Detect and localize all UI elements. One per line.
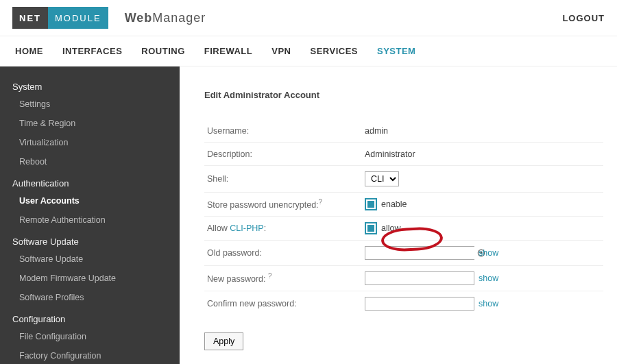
sidebar-group-system[interactable]: System <box>0 79 180 95</box>
sidebar-group-software-update[interactable]: Software Update <box>0 234 180 250</box>
label-shell: Shell: <box>207 174 365 184</box>
label-new-pw: New password: ? <box>207 272 365 284</box>
nav-services[interactable]: SERVICES <box>310 46 358 56</box>
sidebar-item-remote-auth[interactable]: Remote Authentication <box>0 210 180 230</box>
logout-link[interactable]: LOGOUT <box>562 13 605 23</box>
sidebar-item-modem-firmware[interactable]: Modem Firmware Update <box>0 269 180 288</box>
label-description: Description: <box>207 149 365 159</box>
app-title: WebManager <box>125 11 206 25</box>
show-new-pw[interactable]: show <box>479 274 498 283</box>
sidebar-group-authentication[interactable]: Authentication <box>0 175 180 191</box>
label-store-pw: Store password unencrypted:? <box>207 198 365 210</box>
logo-module: MODULE <box>48 7 108 29</box>
nav-firewall[interactable]: FIREWALL <box>204 46 252 56</box>
main-nav: HOME INTERFACES ROUTING FIREWALL VPN SER… <box>0 36 617 66</box>
help-icon[interactable]: ? <box>319 198 323 206</box>
input-old-pw[interactable] <box>367 247 476 259</box>
sidebar-group-configuration[interactable]: Configuration <box>0 311 180 327</box>
sidebar-item-file-config[interactable]: File Configuration <box>0 327 180 346</box>
sidebar-item-software-profiles[interactable]: Software Profiles <box>0 288 180 307</box>
page-title: Edit Administrator Account <box>204 90 603 100</box>
nav-system[interactable]: SYSTEM <box>377 46 415 56</box>
value-username: admin <box>365 126 601 136</box>
select-shell[interactable]: CLI <box>365 171 399 186</box>
sidebar-item-settings[interactable]: Settings <box>0 95 180 114</box>
checkbox-store-pw[interactable] <box>365 198 377 210</box>
show-confirm-pw[interactable]: show <box>479 299 498 308</box>
show-old-pw[interactable]: show <box>479 248 498 258</box>
sidebar-item-reboot[interactable]: Reboot <box>0 152 180 171</box>
value-description: Administrator <box>365 149 601 159</box>
logo-net: NET <box>12 7 48 29</box>
nav-interfaces[interactable]: INTERFACES <box>62 46 122 56</box>
label-confirm-pw: Confirm new password: <box>207 299 365 308</box>
sidebar-item-user-accounts[interactable]: User Accounts <box>0 191 180 210</box>
sidebar-item-time-region[interactable]: Time & Region <box>0 114 180 133</box>
checkbox-allow-cliphp-label: allow <box>381 223 401 233</box>
nav-vpn[interactable]: VPN <box>271 46 291 56</box>
nav-routing[interactable]: ROUTING <box>141 46 184 56</box>
sidebar-item-virtualization[interactable]: Virtualization <box>0 133 180 152</box>
label-allow-cliphp: Allow CLI-PHP: <box>207 223 365 233</box>
input-new-pw[interactable] <box>365 271 474 285</box>
checkbox-store-pw-label: enable <box>381 199 407 209</box>
sidebar: System Settings Time & Region Virtualiza… <box>0 66 180 364</box>
sidebar-item-factory-config[interactable]: Factory Configuration <box>0 346 180 364</box>
input-confirm-pw[interactable] <box>365 297 474 311</box>
brand-logo: NET MODULE <box>12 7 108 29</box>
help-icon[interactable]: ? <box>268 272 272 280</box>
checkbox-allow-cliphp[interactable] <box>365 222 377 234</box>
label-username: Username: <box>207 126 365 136</box>
apply-button[interactable]: Apply <box>204 332 243 350</box>
label-old-pw: Old password: <box>207 248 365 258</box>
nav-home[interactable]: HOME <box>15 46 43 56</box>
link-cliphp[interactable]: CLI-PHP <box>230 223 263 233</box>
sidebar-item-software-update[interactable]: Software Update <box>0 250 180 269</box>
